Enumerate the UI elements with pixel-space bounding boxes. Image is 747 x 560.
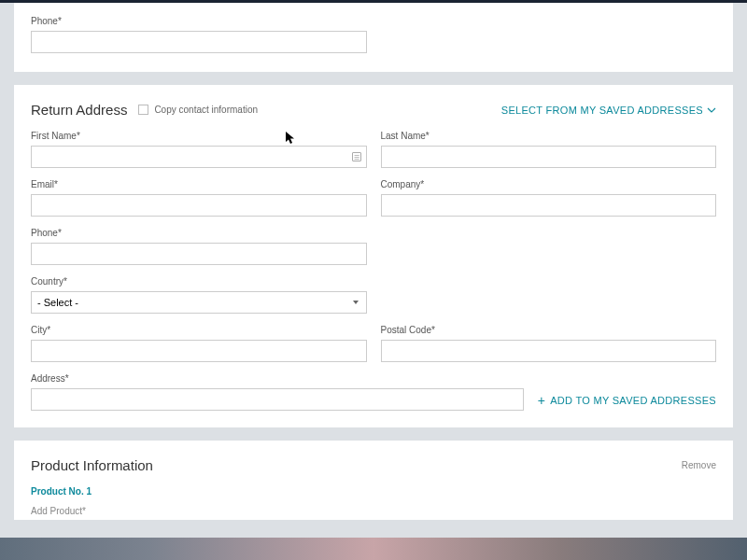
address-label: Address* <box>31 373 524 384</box>
phone-input[interactable] <box>31 31 367 53</box>
product-info-title: Product Information <box>31 457 153 473</box>
remove-product-link[interactable]: Remove <box>682 460 716 470</box>
select-saved-addresses-link[interactable]: SELECT FROM MY SAVED ADDRESSES <box>501 105 716 116</box>
last-name-input[interactable] <box>381 146 717 168</box>
copy-contact-label: Copy contact information <box>154 105 258 115</box>
copy-contact-checkbox[interactable] <box>138 105 148 115</box>
first-name-input[interactable] <box>31 146 367 168</box>
top-bar <box>0 0 747 3</box>
plus-icon: + <box>538 394 545 407</box>
first-name-label: First Name* <box>31 131 367 141</box>
contact-picker-icon[interactable]: ☰ <box>352 152 361 161</box>
contact-card-fragment: Phone* <box>14 3 733 72</box>
add-product-label: Add Product* <box>31 506 716 516</box>
company-input[interactable] <box>381 194 717 217</box>
product-info-card: Product Information Remove Product No. 1… <box>14 441 733 520</box>
footer-gradient <box>0 538 747 560</box>
product-number-label: Product No. 1 <box>31 486 716 497</box>
chevron-down-icon <box>707 107 716 113</box>
postal-input[interactable] <box>381 340 717 362</box>
country-select-value: - Select - <box>37 297 78 308</box>
email-input[interactable] <box>31 194 367 217</box>
add-to-saved-addresses-link[interactable]: + ADD TO MY SAVED ADDRESSES <box>538 394 716 411</box>
add-saved-text: ADD TO MY SAVED ADDRESSES <box>550 395 716 406</box>
city-label: City* <box>31 325 367 335</box>
select-saved-text: SELECT FROM MY SAVED ADDRESSES <box>501 105 703 116</box>
phone-label: Phone* <box>31 16 367 26</box>
address-input[interactable] <box>31 388 524 411</box>
city-input[interactable] <box>31 340 367 362</box>
postal-label: Postal Code* <box>381 325 717 335</box>
return-address-title: Return Address <box>31 102 127 118</box>
return-address-card: Return Address Copy contact information … <box>14 85 733 427</box>
form-container: Phone* Return Address Copy contact infor… <box>0 3 747 520</box>
last-name-label: Last Name* <box>381 131 717 141</box>
return-address-header: Return Address Copy contact information … <box>31 102 716 118</box>
email-label: Email* <box>31 179 367 189</box>
return-phone-label: Phone* <box>31 228 367 238</box>
country-label: Country* <box>31 276 367 287</box>
company-label: Company* <box>381 179 717 189</box>
caret-down-icon <box>353 301 359 304</box>
return-phone-input[interactable] <box>31 243 367 265</box>
country-select[interactable]: - Select - <box>31 291 367 314</box>
